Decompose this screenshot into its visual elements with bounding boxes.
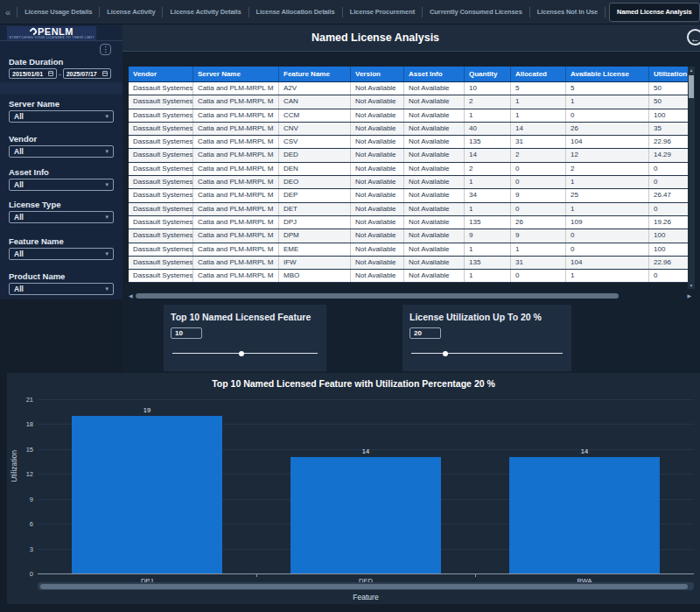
table-row[interactable]: Dassault SystemesCatia and PLM-MRPL MEME… <box>129 243 694 257</box>
table-row[interactable]: Dassault SystemesCatia and PLM-MRPL MDET… <box>129 203 694 216</box>
cell-server-name: Catia and PLM-MRPL M <box>193 257 279 269</box>
tab-license-activity-details[interactable]: License Activity Details <box>164 0 247 25</box>
cell-feature-name: CNV <box>279 123 351 135</box>
date-from-value: 2015/01/01 <box>12 71 43 77</box>
calendar-icon[interactable] <box>102 71 108 76</box>
slider-thumb[interactable] <box>443 351 448 356</box>
control-input-top-10-named-licensed-feature[interactable] <box>171 327 202 339</box>
chart-horizontal-scrollbar[interactable] <box>38 582 694 590</box>
tab-license-usage-details[interactable]: License Usage Details <box>18 0 98 25</box>
table-row[interactable]: Dassault SystemesCatia and PLM-MRPL MDPJ… <box>129 216 694 229</box>
table-header-row: VendorServer NameFeature NameVersionAsse… <box>129 67 694 82</box>
select-asset-info[interactable]: All▾ <box>9 179 114 191</box>
date-from-input[interactable]: 2015/01/01 <box>9 68 57 79</box>
table-row[interactable]: Dassault SystemesCatia and PLM-MRPL MCSV… <box>129 136 694 149</box>
table-row[interactable]: Dassault SystemesCatia and PLM-MRPL MDEP… <box>129 189 694 202</box>
column-header-quantity[interactable]: Quantity <box>465 67 511 81</box>
cell-quantity: 34 <box>465 189 511 201</box>
select-product-name[interactable]: All▾ <box>9 283 114 295</box>
tab-list: License Usage DetailsLicense ActivityLic… <box>16 0 700 25</box>
cell-available-license: 5 <box>566 82 649 95</box>
column-header-feature-name[interactable]: Feature Name <box>279 67 351 81</box>
tab-license-activity[interactable]: License Activity <box>101 0 161 25</box>
control-input-license-utilization-up-to-20[interactable] <box>410 327 441 339</box>
tab-currently-consumed-licenses[interactable]: Currently Consumed Licenses <box>424 0 528 25</box>
chart-panel: Top 10 Named Licensed Feature with Utili… <box>7 373 700 604</box>
cell-allocated: 0 <box>511 176 566 188</box>
select-vendor[interactable]: All▾ <box>9 145 114 158</box>
column-header-asset-info[interactable]: Asset Info <box>404 67 465 81</box>
horizontal-scroll-thumb[interactable] <box>136 293 619 299</box>
tabs-scroll-left-icon[interactable]: « <box>0 7 16 18</box>
page-title: Named License Analysis <box>122 32 628 44</box>
cell-version: Not Available <box>351 216 404 229</box>
bar-ded[interactable] <box>290 457 441 573</box>
vertical-scroll-thumb[interactable] <box>689 75 694 98</box>
column-header-server-name[interactable]: Server Name <box>193 67 279 81</box>
cell-allocated: 1 <box>511 95 566 108</box>
table-horizontal-scrollbar[interactable]: ◀ ▶ <box>129 292 691 300</box>
slider-top-10-named-licensed-feature[interactable] <box>172 350 318 357</box>
table-row[interactable]: Dassault SystemesCatia and PLM-MRPL MDEN… <box>129 163 694 176</box>
table-row[interactable]: Dassault SystemesCatia and PLM-MRPL MDEO… <box>129 176 694 189</box>
table-row[interactable]: Dassault SystemesCatia and PLM-MRPL MIFW… <box>129 257 694 270</box>
tab-license-procurement[interactable]: License Procurement <box>344 0 421 25</box>
cell-version: Not Available <box>351 163 404 175</box>
scroll-up-icon[interactable]: ▲ <box>688 67 695 73</box>
table-vertical-scrollbar[interactable]: ▲ ▼ <box>688 67 695 289</box>
cell-server-name: Catia and PLM-MRPL M <box>193 95 279 108</box>
table-row[interactable]: Dassault SystemesCatia and PLM-MRPL MDPM… <box>129 229 694 243</box>
scroll-left-arrow-icon[interactable]: ◀ <box>129 292 133 300</box>
cell-server-name: Catia and PLM-MRPL M <box>193 189 279 201</box>
column-header-version[interactable]: Version <box>351 67 404 81</box>
bar-value-label: 14 <box>290 447 441 455</box>
bar-rwa[interactable] <box>509 457 660 573</box>
cell-vendor: Dassault Systemes <box>129 163 193 175</box>
cell-vendor: Dassault Systemes <box>129 123 193 135</box>
y-tick-label: 3 <box>7 545 33 553</box>
tab-licenses-not-in-use[interactable]: Licenses Not In Use <box>531 0 604 25</box>
y-tick-label: 0 <box>7 570 33 578</box>
control-panel-top-10-named-licensed-feature: Top 10 Named Licensed Feature <box>164 305 326 371</box>
tab-license-allocation-details[interactable]: License Allocation Details <box>250 0 341 25</box>
slider-license-utilization-up-to-20[interactable] <box>411 350 563 357</box>
cell-server-name: Catia and PLM-MRPL M <box>193 123 279 135</box>
cell-allocated: 9 <box>511 189 566 201</box>
selected-value: All <box>14 180 24 189</box>
table-row[interactable]: Dassault SystemesCatia and PLM-MRPL MA2V… <box>129 82 694 95</box>
cell-vendor: Dassault Systemes <box>129 95 193 108</box>
scroll-right-arrow-icon[interactable]: ▶ <box>687 292 691 300</box>
cell-allocated: 31 <box>511 257 566 269</box>
cell-asset-info: Not Available <box>404 149 465 161</box>
y-tick-label: 6 <box>7 520 33 528</box>
sidebar-section-band <box>0 82 122 95</box>
cell-feature-name: DET <box>279 203 351 215</box>
bar-dpj[interactable] <box>72 416 222 573</box>
chart-scroll-thumb[interactable] <box>40 584 688 589</box>
table-row[interactable]: Dassault SystemesCatia and PLM-MRPL MCAN… <box>129 95 694 109</box>
select-feature-name[interactable]: All▾ <box>9 248 114 260</box>
cell-feature-name: DPM <box>279 229 351 242</box>
table-row[interactable]: Dassault SystemesCatia and PLM-MRPL MCCM… <box>129 109 694 123</box>
tab-named-license-analysis[interactable]: Named License Analysis <box>609 3 699 22</box>
column-header-available-license[interactable]: Available License <box>566 67 649 81</box>
select-license-type[interactable]: All▾ <box>9 211 114 223</box>
cell-feature-name: IFW <box>279 257 351 269</box>
chart-title: Top 10 Named Licensed Feature with Utili… <box>7 378 700 389</box>
cell-asset-info: Not Available <box>404 95 465 108</box>
control-title: License Utilization Up To 20 % <box>410 312 571 322</box>
scroll-down-icon[interactable]: ▼ <box>688 283 695 288</box>
table-row[interactable]: Dassault SystemesCatia and PLM-MRPL MCNV… <box>129 123 694 136</box>
table-row[interactable]: Dassault SystemesCatia and PLM-MRPL MDED… <box>129 149 694 162</box>
slider-thumb[interactable] <box>239 351 244 356</box>
cell-server-name: Catia and PLM-MRPL M <box>193 243 279 256</box>
table-row[interactable]: Dassault SystemesCatia and PLM-MRPL MMBO… <box>129 270 694 283</box>
date-to-input[interactable]: 2025/07/17 <box>63 68 111 79</box>
cell-server-name: Catia and PLM-MRPL M <box>193 216 279 229</box>
back-button[interactable]: ← <box>687 29 700 46</box>
sidebar: PENLM STRETCHING YOUR LICENSES TO THEIR … <box>0 25 122 299</box>
select-server-name[interactable]: All▾ <box>9 110 114 123</box>
calendar-icon[interactable] <box>48 71 53 76</box>
column-header-vendor[interactable]: Vendor <box>129 67 193 81</box>
column-header-allocated[interactable]: Allocated <box>511 67 566 81</box>
